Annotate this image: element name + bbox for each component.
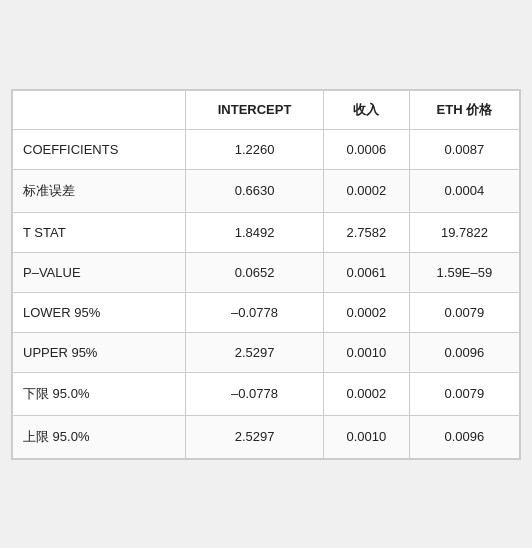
header-income: 收入 bbox=[323, 90, 409, 129]
row-intercept: 0.0652 bbox=[186, 252, 323, 292]
row-intercept: 2.5297 bbox=[186, 332, 323, 372]
row-eth-price: 1.59E–59 bbox=[409, 252, 519, 292]
row-income: 0.0061 bbox=[323, 252, 409, 292]
table-row: LOWER 95%–0.07780.00020.0079 bbox=[13, 292, 520, 332]
row-label: 上限 95.0% bbox=[13, 415, 186, 458]
row-eth-price: 0.0096 bbox=[409, 415, 519, 458]
row-label: LOWER 95% bbox=[13, 292, 186, 332]
row-intercept: 2.5297 bbox=[186, 415, 323, 458]
regression-table: INTERCEPT 收入 ETH 价格 COEFFICIENTS1.22600.… bbox=[11, 89, 521, 460]
row-intercept: 1.2260 bbox=[186, 129, 323, 169]
row-label: UPPER 95% bbox=[13, 332, 186, 372]
row-income: 0.0002 bbox=[323, 372, 409, 415]
row-label: 下限 95.0% bbox=[13, 372, 186, 415]
row-intercept: –0.0778 bbox=[186, 292, 323, 332]
table-row: P–VALUE0.06520.00611.59E–59 bbox=[13, 252, 520, 292]
row-label: T STAT bbox=[13, 212, 186, 252]
header-eth-price: ETH 价格 bbox=[409, 90, 519, 129]
row-label: COEFFICIENTS bbox=[13, 129, 186, 169]
row-intercept: 0.6630 bbox=[186, 169, 323, 212]
row-eth-price: 0.0079 bbox=[409, 292, 519, 332]
table-row: 标准误差0.66300.00020.0004 bbox=[13, 169, 520, 212]
row-income: 2.7582 bbox=[323, 212, 409, 252]
table-header-row: INTERCEPT 收入 ETH 价格 bbox=[13, 90, 520, 129]
row-income: 0.0002 bbox=[323, 169, 409, 212]
row-eth-price: 0.0004 bbox=[409, 169, 519, 212]
row-income: 0.0010 bbox=[323, 332, 409, 372]
table-row: COEFFICIENTS1.22600.00060.0087 bbox=[13, 129, 520, 169]
row-eth-price: 0.0096 bbox=[409, 332, 519, 372]
row-label: 标准误差 bbox=[13, 169, 186, 212]
table-row: 上限 95.0%2.52970.00100.0096 bbox=[13, 415, 520, 458]
row-eth-price: 0.0079 bbox=[409, 372, 519, 415]
row-label: P–VALUE bbox=[13, 252, 186, 292]
table-row: 下限 95.0%–0.07780.00020.0079 bbox=[13, 372, 520, 415]
header-intercept: INTERCEPT bbox=[186, 90, 323, 129]
row-eth-price: 0.0087 bbox=[409, 129, 519, 169]
header-empty bbox=[13, 90, 186, 129]
row-intercept: 1.8492 bbox=[186, 212, 323, 252]
row-eth-price: 19.7822 bbox=[409, 212, 519, 252]
row-income: 0.0006 bbox=[323, 129, 409, 169]
table-row: UPPER 95%2.52970.00100.0096 bbox=[13, 332, 520, 372]
row-income: 0.0010 bbox=[323, 415, 409, 458]
row-intercept: –0.0778 bbox=[186, 372, 323, 415]
table-row: T STAT1.84922.758219.7822 bbox=[13, 212, 520, 252]
row-income: 0.0002 bbox=[323, 292, 409, 332]
